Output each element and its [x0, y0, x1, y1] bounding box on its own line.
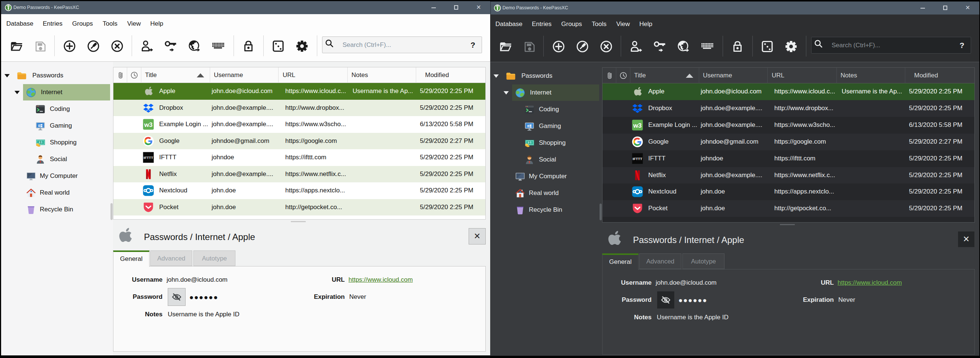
svg-text:IFTTT: IFTTT [143, 155, 153, 160]
svg-text:1: 1 [40, 140, 41, 144]
svg-text:1: 1 [528, 141, 531, 145]
svg-text:w3: w3 [144, 121, 153, 128]
svg-text:w3: w3 [633, 122, 642, 129]
svg-text:IFTTT: IFTTT [633, 157, 642, 161]
